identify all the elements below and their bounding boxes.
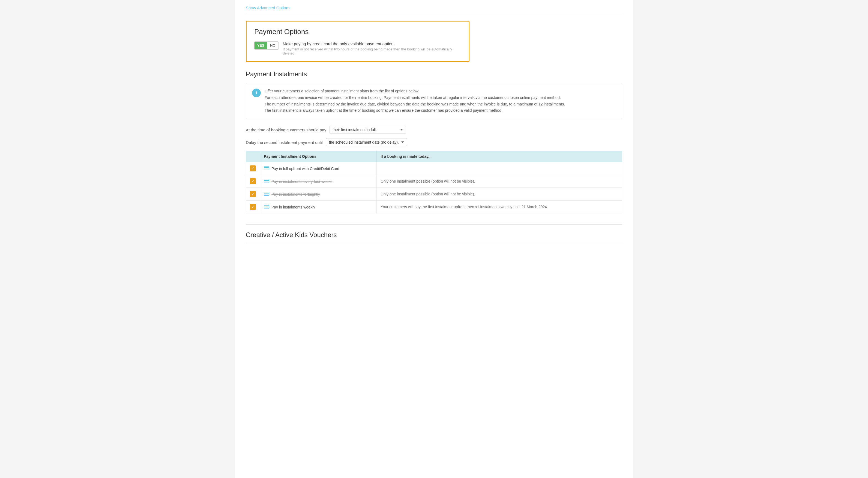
table-row: ✓ Pay in instalments fortnightly Only on… [246, 188, 622, 201]
info-line-3: The number of installments is determined… [265, 102, 565, 106]
payment-instalments-info-box: i Offer your customers a selection of pa… [246, 83, 622, 119]
bottom-divider [246, 224, 622, 225]
toggle-main-text: Make paying by credit card the only avai… [283, 41, 461, 46]
table-row: ✓ Pay in instalments every four weeks On… [246, 175, 622, 188]
option-text-3: Pay in instalments fortnightly [272, 192, 320, 197]
creative-vouchers-section: Creative / Active Kids Vouchers [246, 224, 622, 244]
option-text-1: Pay in full upfront with Credit/Debit Ca… [272, 167, 339, 171]
svg-rect-0 [264, 166, 269, 170]
booking-payment-row: At the time of booking customers should … [246, 126, 622, 134]
booking-payment-label: At the time of booking customers should … [246, 128, 326, 132]
info-line-2: For each attendee, one invoice will be c… [265, 95, 561, 100]
table-cell-checkbox-4[interactable]: ✓ [246, 201, 260, 213]
if-today-4: Your customers will pay the first instal… [380, 205, 548, 209]
checkbox-checked-icon-3[interactable]: ✓ [250, 191, 256, 197]
table-cell-option-2: Pay in instalments every four weeks [260, 175, 377, 188]
info-icon: i [252, 89, 261, 97]
svg-rect-5 [264, 193, 269, 194]
svg-rect-3 [264, 180, 269, 181]
checkbox-checked-icon[interactable]: ✓ [250, 165, 256, 171]
table-cell-if-today-2: Only one installment possible (option wi… [377, 175, 622, 188]
checkbox-checked-icon-4[interactable]: ✓ [250, 204, 256, 210]
table-header-options: Payment Installment Options [260, 151, 377, 162]
installment-table: Payment Installment Options If a booking… [246, 151, 622, 213]
svg-rect-2 [264, 179, 269, 182]
creative-bottom-divider [246, 244, 622, 244]
card-icon-3 [264, 192, 269, 196]
creative-vouchers-title: Creative / Active Kids Vouchers [246, 231, 622, 239]
card-icon [264, 166, 269, 170]
toggle-sub-text: If payment is not received within two ho… [283, 47, 461, 55]
booking-payment-select[interactable]: their first instalment in full. the full… [330, 126, 406, 134]
table-header-if-today: If a booking is made today... [377, 151, 622, 162]
option-text-4: Pay in instalments weekly [272, 205, 315, 209]
toggle-no-button[interactable]: NO [267, 42, 278, 49]
yes-no-toggle[interactable]: YES NO [254, 41, 279, 49]
table-row: ✓ Pay in full upfront with Credit/Debit … [246, 162, 622, 175]
info-text: Offer your customers a selection of paym… [265, 88, 565, 114]
table-cell-option: Pay in full upfront with Credit/Debit Ca… [260, 162, 377, 175]
delay-payment-row: Delay the second instalment payment unti… [246, 138, 622, 146]
checkbox-checked-icon-2[interactable]: ✓ [250, 178, 256, 184]
table-cell-checkbox-2[interactable]: ✓ [246, 175, 260, 188]
option-text-2: Pay in instalments every four weeks [272, 179, 332, 184]
table-cell-if-today-3: Only one installment possible (option wi… [377, 188, 622, 201]
table-cell-option-4: Pay in instalments weekly [260, 201, 377, 213]
if-today-3: Only one installment possible (option wi… [380, 192, 475, 196]
if-today-2: Only one installment possible (option wi… [380, 179, 475, 183]
card-icon-4 [264, 205, 269, 208]
svg-rect-7 [264, 205, 269, 206]
delay-payment-select[interactable]: the scheduled instalment date (no delay)… [326, 138, 407, 146]
info-line-1: Offer your customers a selection of paym… [265, 89, 419, 93]
info-line-4: The first installment is always taken up… [265, 108, 502, 112]
delay-payment-label: Delay the second instalment payment unti… [246, 140, 323, 145]
table-cell-if-today-1 [377, 162, 622, 175]
table-row: ✓ Pay in instalments weekly Your custome… [246, 201, 622, 213]
toggle-yes-button[interactable]: YES [254, 42, 267, 49]
svg-rect-4 [264, 192, 269, 195]
svg-rect-6 [264, 205, 269, 208]
page-wrapper: Show Advanced Options Payment Options YE… [235, 0, 633, 478]
svg-rect-1 [264, 167, 269, 168]
toggle-row: YES NO Make paying by credit card the on… [254, 41, 461, 55]
payment-instalments-title: Payment Instalments [246, 70, 622, 78]
payment-options-box: Payment Options YES NO Make paying by cr… [246, 21, 469, 62]
table-cell-if-today-4: Your customers will pay the first instal… [377, 201, 622, 213]
table-cell-checkbox[interactable]: ✓ [246, 162, 260, 175]
table-cell-checkbox-3[interactable]: ✓ [246, 188, 260, 201]
toggle-text-block: Make paying by credit card the only avai… [283, 41, 461, 55]
payment-options-title: Payment Options [254, 28, 461, 36]
table-header-checkbox [246, 151, 260, 162]
table-cell-option-3: Pay in instalments fortnightly [260, 188, 377, 201]
show-advanced-options-link[interactable]: Show Advanced Options [246, 5, 290, 10]
card-icon-2 [264, 179, 269, 183]
